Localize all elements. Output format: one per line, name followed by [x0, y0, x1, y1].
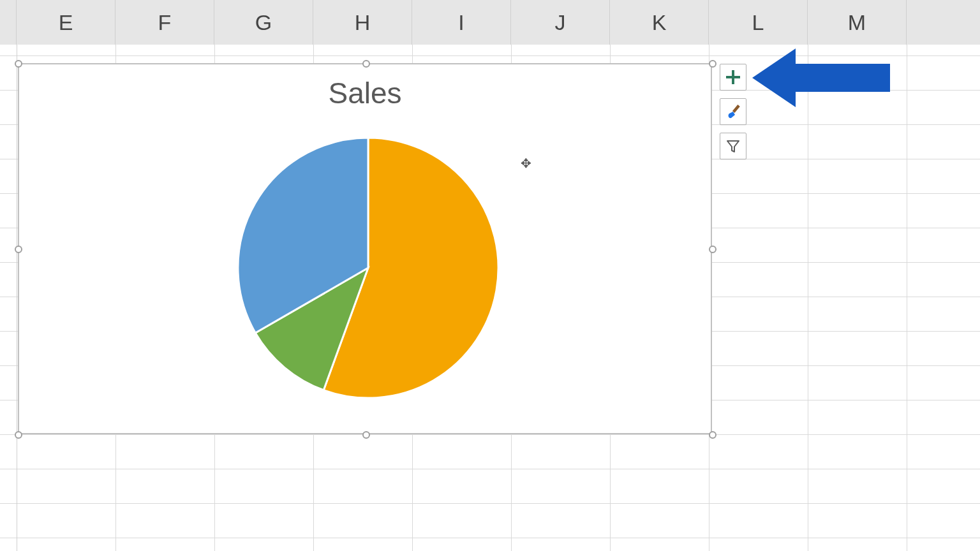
- column-headers: EFGHIJKLM: [0, 0, 980, 45]
- chart-object[interactable]: Sales: [18, 63, 712, 434]
- pie-plot-area[interactable]: [236, 136, 500, 400]
- resize-handle-se[interactable]: [709, 431, 716, 439]
- column-header-h[interactable]: H: [313, 0, 412, 45]
- annotation-arrow-body: [794, 64, 890, 92]
- column-header-j[interactable]: J: [511, 0, 610, 45]
- column-header-k[interactable]: K: [610, 0, 709, 45]
- column-header-g[interactable]: G: [214, 0, 313, 45]
- resize-handle-sw[interactable]: [15, 431, 22, 439]
- svg-rect-1: [726, 76, 740, 78]
- svg-rect-2: [732, 105, 740, 113]
- resize-handle-ne[interactable]: [709, 60, 716, 68]
- row-header-gutter: [0, 0, 17, 45]
- column-header-i[interactable]: I: [412, 0, 511, 45]
- paintbrush-icon: [724, 103, 742, 121]
- column-header-e[interactable]: E: [17, 0, 115, 45]
- plus-icon: [725, 69, 741, 85]
- annotation-arrow-head: [752, 48, 796, 107]
- chart-elements-button[interactable]: [720, 64, 746, 91]
- chart-filters-button[interactable]: [720, 133, 746, 159]
- resize-handle-w[interactable]: [15, 246, 22, 253]
- resize-handle-n[interactable]: [362, 60, 370, 68]
- funnel-icon: [725, 138, 741, 154]
- resize-handle-nw[interactable]: [15, 60, 22, 68]
- resize-handle-e[interactable]: [709, 246, 716, 253]
- column-header-f[interactable]: F: [115, 0, 214, 45]
- chart-title[interactable]: Sales: [19, 76, 711, 110]
- column-header-l[interactable]: L: [709, 0, 808, 45]
- column-header-blank: [907, 0, 980, 45]
- move-cursor-icon: ✥: [521, 157, 531, 170]
- column-header-m[interactable]: M: [808, 0, 907, 45]
- resize-handle-s[interactable]: [362, 431, 370, 439]
- chart-styles-button[interactable]: [720, 98, 746, 125]
